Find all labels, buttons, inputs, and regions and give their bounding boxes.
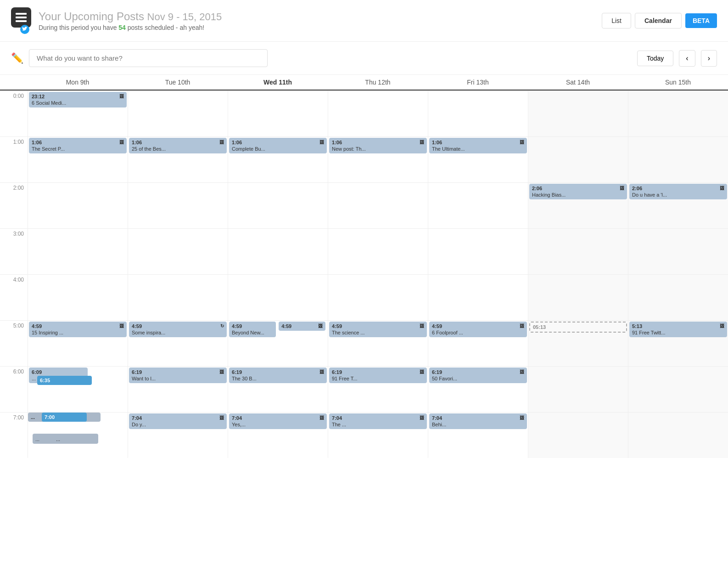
list-view-button[interactable]: List [602, 13, 631, 28]
img-icon: 🖼 [319, 140, 324, 145]
refresh-icon: ↻ [220, 323, 224, 329]
next-button[interactable]: › [701, 50, 717, 67]
post-card[interactable]: 6:19 🖼 50 Favori... [429, 368, 527, 383]
post-time: 7:04 🖼 [232, 415, 324, 421]
thu-slot-2 [328, 182, 428, 228]
compose-icon: ✏️ [11, 52, 23, 64]
time-7: 7:00 [0, 412, 28, 458]
tue-slot-7: 7:04 🖼 Do y... [128, 412, 228, 458]
post-text: 6 Social Medi... [32, 100, 124, 106]
post-card[interactable]: 1:06 🖼 New post: Th... [329, 138, 427, 153]
today-button[interactable]: Today [637, 51, 673, 66]
post-card-bottom2[interactable]: ... [53, 434, 98, 444]
compose-input[interactable] [29, 49, 268, 67]
wed-slot-2 [228, 182, 328, 228]
day-header-wed: Wed 11th [228, 79, 328, 86]
day-col-sat: 2:06 🖼 Hacking Bias... 05:13 [528, 91, 628, 458]
post-card[interactable]: 7:04 🖼 Do y... [129, 413, 227, 429]
time-4: 4:00 [0, 274, 28, 320]
sat-slot-5: 05:13 [528, 320, 628, 366]
tue-slot-5: 4:59 ↻ Some inspira... [128, 320, 228, 366]
post-card[interactable]: 1:06 🖼 25 of the Bes... [129, 138, 227, 153]
fri-slot-0 [428, 91, 528, 136]
wed-slot-3 [228, 228, 328, 274]
day-header-sat: Sat 14th [528, 79, 628, 86]
img-icon: 🖼 [319, 369, 324, 375]
post-time: 4:59 ↻ [132, 323, 224, 329]
img-icon: 🖼 [319, 415, 324, 421]
post-text: 50 Favori... [432, 376, 524, 381]
post-card[interactable]: 4:59 Beyond New... [229, 322, 276, 337]
post-card[interactable]: 6:19 🖼 Want to l... [129, 368, 227, 383]
tue-slot-3 [128, 228, 228, 274]
post-text: ... [56, 436, 95, 442]
post-time: 6:35 [40, 378, 89, 383]
time-column: 0:00 1:00 2:00 3:00 4:00 5:00 6:00 7:00 [0, 91, 28, 458]
tue-slot-1: 1:06 🖼 25 of the Bes... [128, 136, 228, 182]
post-card[interactable]: 4:59 🖼 [279, 322, 325, 331]
day-col-fri: 1:06 🖼 The Ultimate... 4:59 🖼 6 Foolproo… [428, 91, 528, 458]
post-time: 1:06 🖼 [432, 140, 524, 145]
post-card[interactable]: 7:04 🖼 Yes,... [229, 413, 327, 429]
post-text: Do u have a 'l... [632, 192, 724, 198]
post-text: The Ultimate... [432, 146, 524, 152]
post-card[interactable]: 1:06 🖼 The Secret P... [29, 138, 127, 153]
post-card[interactable]: 6:19 🖼 The 30 B... [229, 368, 327, 383]
post-card[interactable]: 7:00 [42, 413, 87, 422]
sat-slot-2: 2:06 🖼 Hacking Bias... [528, 182, 628, 228]
img-icon: 🖼 [119, 140, 124, 145]
post-text: Do y... [132, 422, 224, 427]
time-6: 6:00 [0, 366, 28, 412]
svg-rect-2 [16, 20, 27, 22]
mon-slot-1: 1:06 🖼 The Secret P... [28, 136, 128, 182]
wed-slot-0 [228, 91, 328, 136]
sun-slot-7 [628, 412, 728, 458]
fri-slot-5: 4:59 🖼 6 Foolproof ... [428, 320, 528, 366]
post-card[interactable]: 7:04 🖼 Behi... [429, 413, 527, 429]
beta-button[interactable]: BETA [685, 13, 717, 28]
tue-slot-6: 6:19 🖼 Want to l... [128, 366, 228, 412]
sat-slot-0 [528, 91, 628, 136]
svg-rect-1 [16, 17, 27, 18]
post-card[interactable]: 1:06 🖼 Complete Bu... [229, 138, 327, 153]
post-time: 7:00 [45, 414, 84, 420]
post-time: 4:59 [232, 323, 273, 329]
mon-slot-7: ... 7:00 7:04 ... ... [28, 412, 128, 458]
post-card[interactable]: 4:59 🖼 15 Inspiring ... [29, 322, 127, 337]
fri-slot-4 [428, 274, 528, 320]
post-text: 91 Free T... [332, 376, 424, 381]
mon-slot-0: 23:12 🖼 6 Social Medi... [28, 91, 128, 136]
thu-slot-3 [328, 228, 428, 274]
day-col-tue: 1:06 🖼 25 of the Bes... 4:59 ↻ Some insp… [128, 91, 228, 458]
mon-slot-4 [28, 274, 128, 320]
post-time: 7:04 🖼 [332, 415, 424, 421]
fri-slot-6: 6:19 🖼 50 Favori... [428, 366, 528, 412]
post-card-dashed[interactable]: 05:13 [529, 322, 627, 333]
post-card[interactable]: 1:06 🖼 The Ultimate... [429, 138, 527, 153]
img-icon: 🖼 [520, 415, 524, 421]
day-col-thu: 1:06 🖼 New post: Th... 4:59 🖼 The scienc… [328, 91, 428, 458]
post-time: 6:19 🖼 [332, 369, 424, 375]
post-card[interactable]: 4:59 🖼 The science ... [329, 322, 427, 337]
post-card[interactable]: 2:06 🖼 Do u have a 'l... [629, 184, 727, 199]
post-card[interactable]: 7:04 🖼 The ... [329, 413, 427, 429]
post-card[interactable]: 4:59 🖼 6 Foolproof ... [429, 322, 527, 337]
post-card[interactable]: 4:59 ↻ Some inspira... [129, 322, 227, 337]
post-card[interactable]: 23:12 🖼 6 Social Medi... [29, 92, 127, 107]
time-0: 0:00 [0, 91, 28, 136]
post-card[interactable]: 6:19 🖼 91 Free T... [329, 368, 427, 383]
calendar-header: Mon 9th Tue 10th Wed 11th Thu 12th Fri 1… [0, 75, 728, 91]
post-time: 6:09 [32, 369, 85, 375]
post-text: Some inspira... [132, 330, 224, 335]
post-time: 4:59 🖼 [332, 323, 424, 329]
post-card[interactable]: 5:13 🖼 91 Free Twitt... [629, 322, 727, 337]
post-card[interactable]: 2:06 🖼 Hacking Bias... [529, 184, 627, 199]
time-5: 5:00 [0, 320, 28, 366]
fri-slot-2 [428, 182, 528, 228]
post-time: 1:06 🖼 [332, 140, 424, 145]
calendar-view-button[interactable]: Calendar [635, 13, 682, 28]
post-text: New post: Th... [332, 146, 424, 152]
prev-button[interactable]: ‹ [679, 50, 695, 67]
page-header: Your Upcoming Posts Nov 9 - 15, 2015 Dur… [0, 0, 728, 42]
post-card-blue[interactable]: 6:35 [37, 376, 92, 385]
